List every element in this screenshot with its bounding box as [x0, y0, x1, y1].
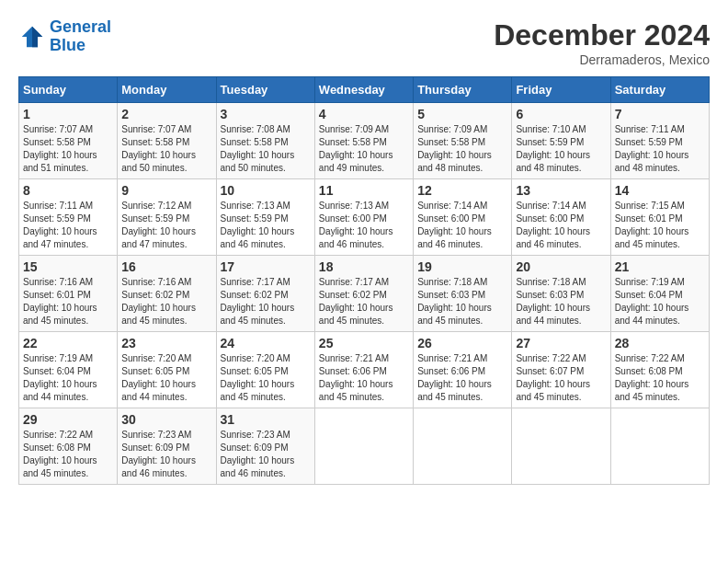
day-info: Sunrise: 7:22 AM Sunset: 6:08 PM Dayligh…: [23, 429, 113, 480]
day-number: 7: [615, 107, 705, 121]
day-number: 12: [417, 183, 507, 198]
day-header-tuesday: Tuesday: [216, 77, 314, 103]
calendar-cell: 30Sunrise: 7:23 AM Sunset: 6:09 PM Dayli…: [118, 408, 216, 485]
calendar-week-4: 22Sunrise: 7:19 AM Sunset: 6:04 PM Dayli…: [19, 332, 710, 408]
calendar-cell: 6Sunrise: 7:10 AM Sunset: 5:59 PM Daylig…: [512, 103, 610, 179]
day-info: Sunrise: 7:23 AM Sunset: 6:09 PM Dayligh…: [121, 429, 211, 480]
day-number: 26: [417, 336, 507, 350]
calendar-cell: [314, 408, 413, 485]
calendar-cell: 3Sunrise: 7:08 AM Sunset: 5:58 PM Daylig…: [216, 103, 314, 179]
day-info: Sunrise: 7:10 AM Sunset: 5:59 PM Dayligh…: [516, 123, 606, 175]
title-block: December 2024 Derramaderos, Mexico: [494, 18, 710, 67]
day-info: Sunrise: 7:11 AM Sunset: 5:59 PM Dayligh…: [615, 123, 705, 175]
day-number: 13: [516, 183, 606, 198]
day-info: Sunrise: 7:17 AM Sunset: 6:02 PM Dayligh…: [319, 276, 409, 327]
calendar-cell: 16Sunrise: 7:16 AM Sunset: 6:02 PM Dayli…: [118, 256, 216, 332]
day-number: 14: [615, 183, 705, 198]
day-header-saturday: Saturday: [610, 77, 709, 103]
calendar-week-2: 8Sunrise: 7:11 AM Sunset: 5:59 PM Daylig…: [19, 179, 710, 256]
day-number: 28: [615, 336, 705, 350]
day-number: 1: [23, 107, 113, 121]
calendar-cell: 27Sunrise: 7:22 AM Sunset: 6:07 PM Dayli…: [512, 332, 610, 408]
day-number: 9: [121, 183, 211, 198]
calendar-cell: 24Sunrise: 7:20 AM Sunset: 6:05 PM Dayli…: [216, 332, 314, 408]
day-number: 24: [221, 336, 311, 350]
calendar-cell: 25Sunrise: 7:21 AM Sunset: 6:06 PM Dayli…: [314, 332, 413, 408]
calendar-cell: [512, 408, 610, 485]
day-info: Sunrise: 7:07 AM Sunset: 5:58 PM Dayligh…: [121, 123, 211, 175]
day-info: Sunrise: 7:20 AM Sunset: 6:05 PM Dayligh…: [121, 352, 211, 404]
calendar-cell: 5Sunrise: 7:09 AM Sunset: 5:58 PM Daylig…: [414, 103, 512, 179]
day-info: Sunrise: 7:22 AM Sunset: 6:08 PM Dayligh…: [615, 352, 705, 404]
day-number: 31: [221, 412, 311, 427]
day-info: Sunrise: 7:16 AM Sunset: 6:01 PM Dayligh…: [23, 276, 113, 327]
day-info: Sunrise: 7:07 AM Sunset: 5:58 PM Dayligh…: [23, 123, 113, 175]
day-info: Sunrise: 7:22 AM Sunset: 6:07 PM Dayligh…: [516, 352, 606, 404]
logo-text: General Blue: [50, 18, 111, 55]
day-info: Sunrise: 7:15 AM Sunset: 6:01 PM Dayligh…: [615, 200, 705, 251]
svg-marker-1: [32, 27, 42, 48]
day-number: 20: [516, 259, 606, 274]
day-header-monday: Monday: [118, 77, 216, 103]
calendar-cell: 31Sunrise: 7:23 AM Sunset: 6:09 PM Dayli…: [216, 408, 314, 485]
day-info: Sunrise: 7:11 AM Sunset: 5:59 PM Dayligh…: [23, 200, 113, 251]
month-title: December 2024: [494, 18, 710, 52]
day-number: 19: [417, 259, 507, 274]
day-info: Sunrise: 7:18 AM Sunset: 6:03 PM Dayligh…: [516, 276, 606, 327]
day-number: 5: [417, 107, 507, 121]
day-number: 8: [23, 183, 113, 198]
calendar-cell: 2Sunrise: 7:07 AM Sunset: 5:58 PM Daylig…: [118, 103, 216, 179]
logo: General Blue: [18, 18, 111, 55]
day-info: Sunrise: 7:23 AM Sunset: 6:09 PM Dayligh…: [221, 429, 311, 480]
day-number: 6: [516, 107, 606, 121]
calendar-cell: [610, 408, 709, 485]
calendar-cell: 21Sunrise: 7:19 AM Sunset: 6:04 PM Dayli…: [610, 256, 709, 332]
day-number: 16: [121, 259, 211, 274]
day-header-friday: Friday: [512, 77, 610, 103]
day-header-wednesday: Wednesday: [314, 77, 413, 103]
day-number: 15: [23, 259, 113, 274]
calendar-cell: 4Sunrise: 7:09 AM Sunset: 5:58 PM Daylig…: [314, 103, 413, 179]
day-number: 11: [319, 183, 409, 198]
day-header-thursday: Thursday: [414, 77, 512, 103]
calendar-cell: 28Sunrise: 7:22 AM Sunset: 6:08 PM Dayli…: [610, 332, 709, 408]
day-info: Sunrise: 7:17 AM Sunset: 6:02 PM Dayligh…: [221, 276, 311, 327]
calendar-cell: 13Sunrise: 7:14 AM Sunset: 6:00 PM Dayli…: [512, 179, 610, 256]
calendar-cell: 29Sunrise: 7:22 AM Sunset: 6:08 PM Dayli…: [19, 408, 118, 485]
day-info: Sunrise: 7:12 AM Sunset: 5:59 PM Dayligh…: [121, 200, 211, 251]
day-number: 17: [221, 259, 311, 274]
calendar-cell: 9Sunrise: 7:12 AM Sunset: 5:59 PM Daylig…: [118, 179, 216, 256]
day-info: Sunrise: 7:09 AM Sunset: 5:58 PM Dayligh…: [319, 123, 409, 175]
day-info: Sunrise: 7:13 AM Sunset: 5:59 PM Dayligh…: [221, 200, 311, 251]
day-number: 27: [516, 336, 606, 350]
calendar-week-1: 1Sunrise: 7:07 AM Sunset: 5:58 PM Daylig…: [19, 103, 710, 179]
calendar-cell: 12Sunrise: 7:14 AM Sunset: 6:00 PM Dayli…: [414, 179, 512, 256]
day-info: Sunrise: 7:21 AM Sunset: 6:06 PM Dayligh…: [417, 352, 507, 404]
calendar-cell: 17Sunrise: 7:17 AM Sunset: 6:02 PM Dayli…: [216, 256, 314, 332]
day-info: Sunrise: 7:21 AM Sunset: 6:06 PM Dayligh…: [319, 352, 409, 404]
day-info: Sunrise: 7:14 AM Sunset: 6:00 PM Dayligh…: [516, 200, 606, 251]
calendar-cell: 8Sunrise: 7:11 AM Sunset: 5:59 PM Daylig…: [19, 179, 118, 256]
day-info: Sunrise: 7:18 AM Sunset: 6:03 PM Dayligh…: [417, 276, 507, 327]
day-info: Sunrise: 7:19 AM Sunset: 6:04 PM Dayligh…: [615, 276, 705, 327]
day-number: 22: [23, 336, 113, 350]
day-number: 25: [319, 336, 409, 350]
day-number: 3: [221, 107, 311, 121]
calendar-cell: 11Sunrise: 7:13 AM Sunset: 6:00 PM Dayli…: [314, 179, 413, 256]
day-info: Sunrise: 7:13 AM Sunset: 6:00 PM Dayligh…: [319, 200, 409, 251]
day-info: Sunrise: 7:20 AM Sunset: 6:05 PM Dayligh…: [221, 352, 311, 404]
location: Derramaderos, Mexico: [494, 52, 710, 67]
calendar-table: SundayMondayTuesdayWednesdayThursdayFrid…: [18, 76, 710, 485]
calendar-week-5: 29Sunrise: 7:22 AM Sunset: 6:08 PM Dayli…: [19, 408, 710, 485]
day-number: 23: [121, 336, 211, 350]
day-header-sunday: Sunday: [19, 77, 118, 103]
day-info: Sunrise: 7:09 AM Sunset: 5:58 PM Dayligh…: [417, 123, 507, 175]
day-number: 21: [615, 259, 705, 274]
day-number: 4: [319, 107, 409, 121]
calendar-cell: 19Sunrise: 7:18 AM Sunset: 6:03 PM Dayli…: [414, 256, 512, 332]
calendar-cell: 26Sunrise: 7:21 AM Sunset: 6:06 PM Dayli…: [414, 332, 512, 408]
calendar-cell: 14Sunrise: 7:15 AM Sunset: 6:01 PM Dayli…: [610, 179, 709, 256]
day-number: 18: [319, 259, 409, 274]
day-info: Sunrise: 7:16 AM Sunset: 6:02 PM Dayligh…: [121, 276, 211, 327]
calendar-cell: 20Sunrise: 7:18 AM Sunset: 6:03 PM Dayli…: [512, 256, 610, 332]
